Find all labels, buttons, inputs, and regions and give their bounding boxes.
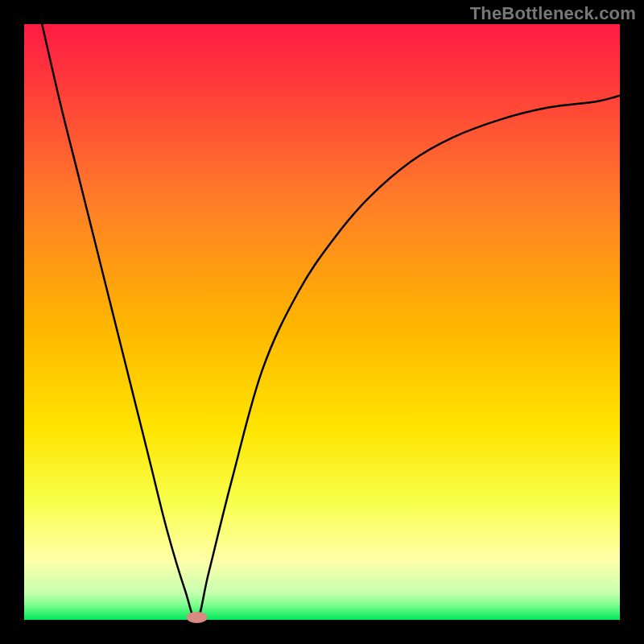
watermark-text: TheBottleneck.com [470,3,636,24]
chart-frame: TheBottleneck.com [0,0,644,644]
plot-background [24,24,620,620]
minimum-marker [187,612,208,623]
bottleneck-chart [0,0,644,644]
